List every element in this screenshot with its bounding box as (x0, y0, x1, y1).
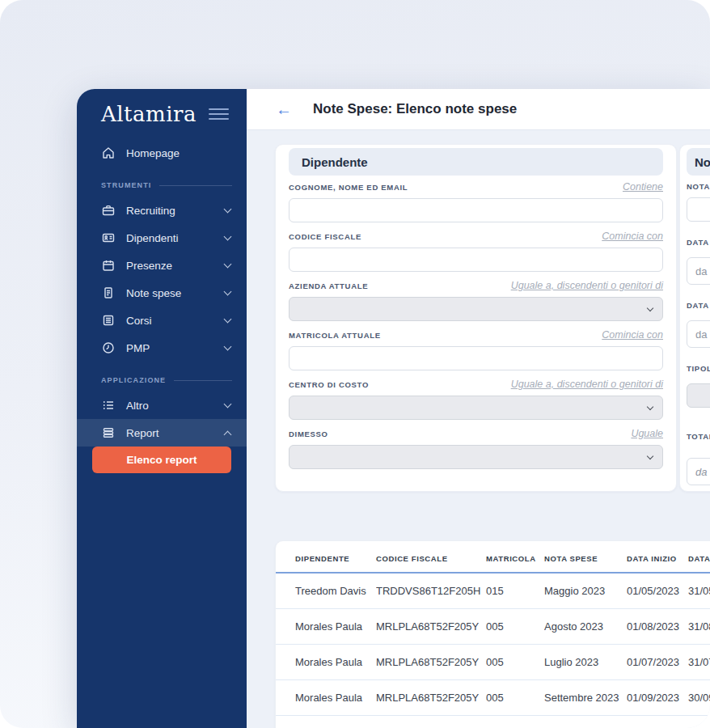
results-table: DIPENDENTE CODICE FISCALE MATRICOLA NOTA… (276, 541, 710, 716)
sidebar-item-label: Altro (126, 400, 149, 412)
filter-group-dimesso: DIMESSO Uguale (289, 429, 663, 469)
column-header: DIPENDENTE (276, 541, 376, 573)
receipt-icon (101, 286, 116, 300)
filter-card-nota-spese: Nota spese NOTA SPESE DATA INIZIO (679, 144, 710, 492)
field-label: TIPOLOGIA (687, 364, 710, 374)
operator-link[interactable]: Uguale a, discendenti o genitori di (511, 379, 663, 389)
sidebar-section-strumenti: STRUMENTI (77, 174, 247, 197)
sidebar-item-altro[interactable]: Altro (77, 392, 247, 419)
sidebar-header: Altamira (77, 89, 247, 134)
field-label: DIMESSO (289, 430, 328, 439)
menu-icon[interactable] (209, 105, 229, 123)
table-row[interactable]: Morales Paula MRLPLA68T52F205Y 005 Sette… (276, 680, 710, 716)
chevron-down-icon (224, 315, 232, 324)
results-table-card: DIPENDENTE CODICE FISCALE MATRICOLA NOTA… (275, 540, 710, 728)
field-label: AZIENDA ATTUALE (289, 281, 368, 291)
calendar-icon (101, 258, 116, 273)
sidebar-subitem-elenco-report[interactable]: Elenco report (92, 447, 231, 473)
chevron-down-icon (224, 233, 232, 241)
operator-link[interactable]: Uguale (631, 429, 663, 438)
content-area: Dipendente COGNOME, NOME ED EMAIL Contie… (247, 130, 710, 728)
cognome-nome-email-input[interactable] (289, 198, 663, 222)
tipologia-select[interactable] (687, 383, 710, 408)
column-header: NOTA SPESE (544, 541, 627, 573)
column-header: MATRICOLA (486, 541, 544, 573)
rows-icon (101, 425, 116, 440)
filter-section-header-dipendente[interactable]: Dipendente (289, 148, 663, 176)
field-label: DATA FINE (687, 301, 710, 311)
totale-da-input[interactable] (687, 458, 710, 485)
app-logo: Altamira (101, 102, 197, 126)
sidebar-item-recruiting[interactable]: Recruiting (77, 197, 247, 224)
chevron-down-icon (224, 260, 232, 269)
column-header: CODICE FISCALE (376, 541, 486, 573)
back-arrow-icon[interactable]: ← (276, 101, 292, 117)
sidebar-item-label: PMP (126, 342, 150, 354)
page-background: Altamira Homepage STRUMENTI Recruiting D… (0, 0, 710, 728)
field-label: MATRICOLA ATTUALE (289, 331, 381, 341)
dimesso-select[interactable] (289, 445, 663, 469)
centro-di-costo-select[interactable] (289, 396, 663, 420)
operator-link[interactable]: Uguale a, discendenti o genitori di (511, 281, 663, 290)
sidebar-item-dipendenti[interactable]: Dipendenti (77, 224, 247, 252)
matricola-attuale-input[interactable] (289, 346, 663, 370)
sidebar-item-homepage[interactable]: Homepage (77, 139, 247, 167)
main-area: ← Note Spese: Elenco note spese Dipenden… (247, 89, 710, 728)
sidebar-item-pmp[interactable]: PMP (77, 334, 247, 362)
field-label: NOTA SPESE (687, 182, 710, 192)
sidebar-item-corsi[interactable]: Corsi (77, 307, 247, 334)
data-inizio-da-input[interactable] (687, 257, 710, 285)
filter-group-data-inizio: DATA INIZIO (687, 238, 710, 285)
operator-link[interactable]: Contiene (623, 182, 663, 192)
sidebar-item-label: Corsi (126, 315, 152, 327)
azienda-attuale-select[interactable] (289, 297, 663, 321)
filter-group-centro-di-costo: CENTRO DI COSTO Uguale a, discendenti o … (289, 379, 663, 420)
sidebar-item-note-spese[interactable]: Note spese (77, 279, 247, 307)
chevron-down-icon (647, 304, 653, 311)
page-header: ← Note Spese: Elenco note spese (247, 89, 710, 130)
sidebar-item-label: Homepage (126, 147, 180, 159)
chevron-up-icon (224, 430, 232, 438)
sidebar-item-presenze[interactable]: Presenze (77, 252, 247, 279)
filter-section-header-nota-spese[interactable]: Nota spese (687, 148, 710, 176)
field-label: CODICE FISCALE (289, 232, 361, 242)
list-icon (101, 398, 116, 413)
chevron-down-icon (647, 403, 653, 409)
table-header-row: DIPENDENTE CODICE FISCALE MATRICOLA NOTA… (276, 541, 710, 573)
table-row[interactable]: Morales Paula MRLPLA68T52F205Y 005 Agost… (276, 609, 710, 645)
clock-icon (101, 341, 116, 355)
filter-group-tipologia: TIPOLOGIA (687, 364, 710, 408)
sidebar-section-applicazione: APPLICAZIONE (77, 369, 247, 392)
sidebar-item-label: Recruiting (126, 205, 175, 217)
id-card-icon (101, 231, 116, 245)
sidebar-item-label: Note spese (126, 287, 181, 299)
home-icon (101, 146, 116, 160)
filter-card-dipendente: Dipendente COGNOME, NOME ED EMAIL Contie… (275, 144, 677, 492)
chevron-down-icon (224, 205, 232, 214)
chevron-down-icon (224, 288, 232, 296)
filter-group-azienda: AZIENDA ATTUALE Uguale a, discendenti o … (289, 281, 663, 321)
filter-group-totale: TOTALE (687, 432, 710, 485)
filter-group-codice-fiscale: CODICE FISCALE Comincia con (289, 231, 663, 272)
chevron-down-icon (224, 400, 232, 408)
operator-link[interactable]: Comincia con (602, 330, 663, 340)
filter-group-data-fine: DATA FINE (687, 301, 710, 348)
filter-group-nota-spese: NOTA SPESE (687, 182, 710, 222)
nota-spese-input[interactable] (687, 197, 710, 222)
field-label: TOTALE (687, 432, 710, 442)
page-title: Note Spese: Elenco note spese (313, 101, 517, 117)
table-row[interactable]: Morales Paula MRLPLA68T52F205Y 005 Lugli… (276, 645, 710, 680)
chevron-down-icon (647, 452, 653, 459)
field-label: DATA INIZIO (687, 238, 710, 248)
chevron-down-icon (224, 343, 232, 351)
book-icon (101, 313, 116, 328)
field-label: COGNOME, NOME ED EMAIL (289, 183, 408, 193)
app-window: Altamira Homepage STRUMENTI Recruiting D… (77, 89, 710, 728)
filter-group-matricola: MATRICOLA ATTUALE Comincia con (289, 330, 663, 370)
codice-fiscale-input[interactable] (289, 248, 663, 272)
sidebar-item-label: Dipendenti (126, 232, 179, 244)
sidebar-item-report[interactable]: Report (77, 419, 247, 447)
operator-link[interactable]: Comincia con (602, 231, 663, 241)
table-row[interactable]: Treedom Davis TRDDVS86T12F205H 015 Maggi… (276, 573, 710, 609)
data-fine-da-input[interactable] (687, 320, 710, 348)
